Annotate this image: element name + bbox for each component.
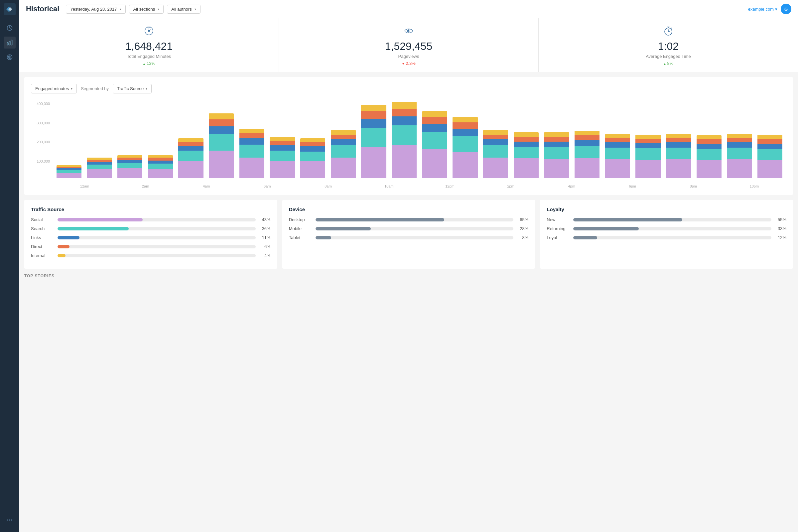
- x-label: 8pm: [663, 184, 724, 188]
- bar-segment-direct: [117, 158, 142, 160]
- stats-bar: 1,648,421 Total Engaged Minutes 13% 1,52…: [19, 18, 798, 72]
- stat-row-label: Internal: [31, 253, 54, 258]
- stat-bar-bg: [58, 218, 256, 222]
- stat-row: Mobile28%: [289, 226, 529, 231]
- eye-icon: [403, 25, 414, 38]
- loyalty-panel: Loyalty New55%Returning33%Loyal12%: [540, 200, 793, 269]
- x-label: 6pm: [602, 184, 663, 188]
- traffic-source-title: Traffic Source: [31, 207, 271, 212]
- stat-row: Returning33%: [547, 226, 786, 231]
- stat-bar-fill: [316, 227, 371, 230]
- stat-pct: 65%: [517, 217, 528, 222]
- stat-row-label: Tablet: [289, 235, 312, 240]
- bar-segment-direct: [331, 135, 356, 139]
- bar-segment-social: [392, 145, 417, 178]
- stat-avg-time: 1:02 Average Engaged Time 8%: [539, 18, 798, 72]
- stat-bar-bg: [316, 236, 514, 240]
- bar-segment-search: [757, 149, 782, 160]
- bar-segment-search: [178, 151, 203, 161]
- sidebar-nav-target[interactable]: [4, 51, 16, 63]
- bar-segment-internal: [117, 155, 142, 158]
- bar-segment-links: [544, 141, 569, 147]
- domain-chevron-icon: ▾: [775, 7, 777, 12]
- sections-filter[interactable]: All sections ▾: [129, 5, 164, 14]
- metric-dropdown[interactable]: Engaged minutes ▾: [31, 84, 77, 93]
- bar-segment-links: [117, 160, 142, 163]
- bar-segment-search: [544, 147, 569, 159]
- stat-bar-bg: [316, 227, 514, 230]
- up-arrow-icon: [142, 61, 146, 66]
- bar-segment-direct: [453, 122, 477, 128]
- bar-segment-social: [666, 159, 691, 178]
- x-label: 4pm: [541, 184, 602, 188]
- x-axis: 12am2am4am6am8am10am12pm2pm4pm6pm8pm10pm: [53, 184, 786, 188]
- segment-dropdown[interactable]: Traffic Source ▾: [113, 84, 152, 93]
- bar-segment-social: [240, 158, 264, 178]
- authors-filter[interactable]: All authors ▾: [167, 5, 200, 14]
- bar-segment-search: [392, 125, 417, 145]
- bar-segment-links: [422, 124, 447, 132]
- bar-group: [85, 102, 114, 178]
- bar-group: [481, 102, 510, 178]
- bar-segment-social: [57, 173, 81, 178]
- chart-controls: Engaged minutes ▾ Segmented by Traffic S…: [31, 84, 786, 93]
- bar-segment-social: [331, 158, 356, 178]
- bar-segment-internal: [574, 131, 600, 135]
- main-content: Historical Yesterday, Aug 28, 2017 ▾ All…: [19, 0, 798, 532]
- x-label: 8am: [298, 184, 358, 188]
- loyalty-title: Loyalty: [547, 207, 786, 212]
- header-right: example.com ▾ G: [748, 4, 791, 14]
- logo[interactable]: [4, 3, 16, 15]
- sidebar-nav-historical[interactable]: [4, 37, 16, 49]
- stat-row: Loyal12%: [547, 235, 786, 240]
- bar-segment-social: [178, 161, 203, 178]
- y-axis: 400,000 300,000 200,000 100,000: [31, 102, 53, 178]
- bar-segment-internal: [148, 155, 173, 158]
- bar-segment-search: [331, 145, 356, 158]
- svg-rect-3: [9, 41, 10, 45]
- pageviews-value: 1,529,455: [385, 40, 432, 53]
- stat-engaged-minutes: 1,648,421 Total Engaged Minutes 13%: [19, 18, 279, 72]
- stat-row: Internal4%: [31, 253, 271, 258]
- bar-segment-links: [148, 160, 173, 164]
- bar-segment-social: [544, 159, 569, 178]
- bar-segment-internal: [392, 102, 417, 109]
- stat-row: Direct6%: [31, 244, 271, 249]
- bar-segment-internal: [483, 130, 508, 135]
- bar-segment-social: [148, 169, 173, 178]
- stat-row-label: Returning: [547, 226, 570, 231]
- bar-segment-search: [635, 148, 660, 159]
- bar-segment-direct: [270, 141, 294, 145]
- bar-group: [725, 102, 755, 178]
- sidebar-nav-more[interactable]: [4, 514, 16, 526]
- stat-pct: 43%: [259, 217, 271, 222]
- bar-group: [237, 102, 267, 178]
- device-rows: Desktop65%Mobile28%Tablet8%: [289, 217, 529, 240]
- bar-segment-social: [483, 158, 508, 178]
- bar-segment-links: [605, 142, 630, 148]
- y-label-400k: 400,000: [37, 102, 50, 106]
- stat-row: Search36%: [31, 226, 271, 231]
- stat-bar-fill: [573, 227, 639, 230]
- bar-group: [572, 102, 602, 178]
- stat-bar-fill: [58, 227, 129, 230]
- bar-segment-direct: [240, 133, 264, 138]
- bar-segment-search: [605, 148, 630, 159]
- bar-segment-direct: [697, 139, 722, 144]
- bar-segment-direct: [148, 158, 173, 160]
- bar-segment-links: [483, 139, 508, 145]
- sidebar-nav-speed[interactable]: [4, 22, 16, 34]
- bar-segment-social: [361, 147, 386, 178]
- top-stories-section: TOP STORIES: [19, 274, 798, 287]
- bar-segment-internal: [361, 105, 386, 111]
- domain-selector[interactable]: example.com ▾: [748, 7, 777, 12]
- avatar[interactable]: G: [781, 4, 791, 14]
- bar-segment-internal: [209, 113, 234, 119]
- bar-segment-links: [392, 116, 417, 126]
- date-filter[interactable]: Yesterday, Aug 28, 2017 ▾: [66, 5, 125, 14]
- bar-segment-social: [605, 159, 630, 178]
- segment-chevron-icon: ▾: [146, 87, 147, 91]
- bar-segment-search: [270, 151, 294, 161]
- svg-point-14: [408, 31, 409, 32]
- bar-segment-links: [697, 144, 722, 149]
